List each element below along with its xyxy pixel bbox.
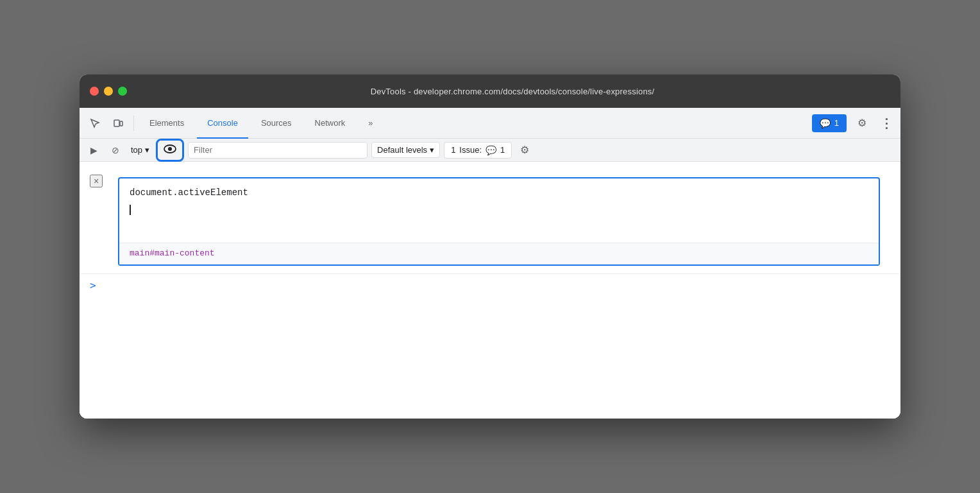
console-settings-button[interactable]: ⚙ xyxy=(516,141,534,159)
live-expression-box: document.activeElement main#main-content xyxy=(118,177,880,266)
levels-dropdown-icon: ▾ xyxy=(430,145,434,155)
dropdown-arrow-icon: ▾ xyxy=(145,145,149,155)
console-input-row: > xyxy=(80,273,900,297)
tab-more[interactable]: » xyxy=(358,108,383,139)
svg-rect-0 xyxy=(114,120,119,126)
issue-count: 1 xyxy=(451,145,455,155)
close-button[interactable] xyxy=(90,87,99,96)
console-toolbar: ▶ ⊘ top ▾ Default levels ▾ xyxy=(80,139,900,162)
block-icon: ⊘ xyxy=(112,145,119,155)
settings-button[interactable]: ⚙ xyxy=(852,113,872,134)
issues-badge[interactable]: 1 Issue: 💬 1 xyxy=(444,142,512,159)
gear-icon: ⚙ xyxy=(858,117,866,129)
message-icon: 💬 xyxy=(820,118,831,128)
text-cursor xyxy=(130,205,131,215)
devtools-panel: Elements Console Sources Network » 💬 1 xyxy=(80,108,900,419)
traffic-lights xyxy=(90,87,127,96)
live-expression-close-button[interactable]: × xyxy=(90,175,103,187)
issue-msg-icon: 💬 xyxy=(486,145,496,155)
context-selector[interactable]: top ▾ xyxy=(128,144,152,156)
select-element-button[interactable] xyxy=(85,113,105,134)
svg-rect-1 xyxy=(120,121,122,126)
run-icon: ▶ xyxy=(90,145,97,155)
issue-msg-count: 1 xyxy=(500,145,505,155)
clear-console-button[interactable]: ⊘ xyxy=(106,141,124,159)
tab-network[interactable]: Network xyxy=(305,108,356,139)
console-gear-icon: ⚙ xyxy=(520,144,529,156)
tab-console[interactable]: Console xyxy=(197,108,248,139)
svg-point-3 xyxy=(168,147,172,151)
cursor-line xyxy=(130,205,868,215)
expression-text: document.activeElement xyxy=(130,186,868,200)
minimize-button[interactable] xyxy=(104,87,113,96)
eye-icon xyxy=(164,143,176,157)
badge-count: 1 xyxy=(834,118,839,128)
context-label: top xyxy=(131,145,142,155)
filter-input[interactable] xyxy=(188,142,368,159)
close-icon: × xyxy=(94,176,99,186)
tab-elements[interactable]: Elements xyxy=(139,108,194,139)
run-script-button[interactable]: ▶ xyxy=(85,141,103,159)
console-content: × document.activeElement main#main-conte… xyxy=(80,162,900,419)
live-expressions-button[interactable] xyxy=(156,139,184,162)
live-expression-content[interactable]: document.activeElement xyxy=(119,178,879,243)
title-bar: DevTools - developer.chrome.com/docs/dev… xyxy=(80,74,900,108)
device-toolbar-button[interactable] xyxy=(108,113,128,134)
main-toolbar: Elements Console Sources Network » 💬 1 xyxy=(80,108,900,139)
more-options-button[interactable]: ⋮ xyxy=(877,114,895,132)
more-icon: ⋮ xyxy=(880,116,893,131)
devtools-window: DevTools - developer.chrome.com/docs/dev… xyxy=(80,74,900,419)
toolbar-right: 💬 1 ⚙ ⋮ xyxy=(812,113,895,134)
console-prompt: > xyxy=(90,279,96,291)
window-title: DevTools - developer.chrome.com/docs/dev… xyxy=(135,87,890,96)
messages-badge-button[interactable]: 💬 1 xyxy=(812,114,847,132)
tab-sources[interactable]: Sources xyxy=(251,108,302,139)
live-expression-result: main#main-content xyxy=(119,243,879,264)
levels-label: Default levels xyxy=(377,145,427,155)
toolbar-divider xyxy=(133,116,134,131)
issue-label: Issue: xyxy=(459,145,482,155)
log-levels-button[interactable]: Default levels ▾ xyxy=(371,142,440,158)
maximize-button[interactable] xyxy=(118,87,127,96)
